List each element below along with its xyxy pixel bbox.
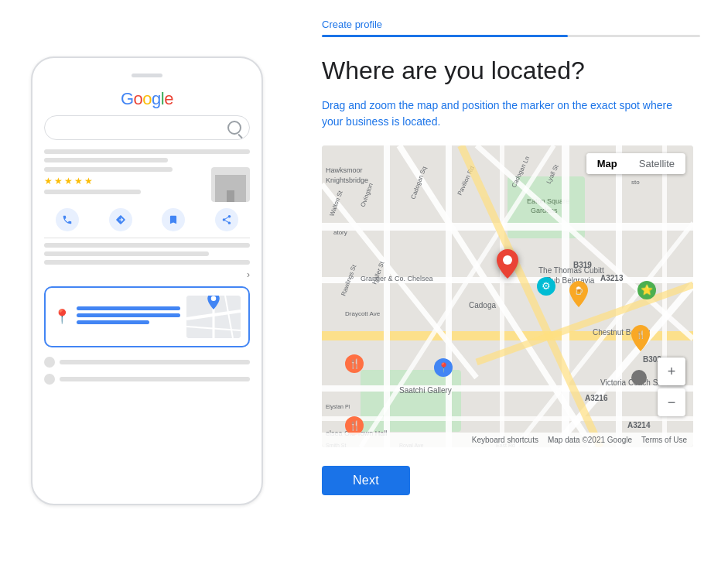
terms-of-use-link[interactable]: Terms of Use: [641, 436, 687, 444]
map-marker-green: ⭐: [637, 281, 656, 299]
listing-title-line: [44, 167, 173, 172]
info-text-line: [60, 360, 250, 364]
directions-button: [109, 208, 132, 231]
zoom-controls: + −: [658, 357, 685, 416]
svg-text:Draycott Ave: Draycott Ave: [345, 310, 381, 317]
svg-rect-17: [446, 145, 452, 447]
progress-bar-fill: [322, 35, 568, 37]
content-line: [44, 149, 250, 154]
map-marker-teal: ⚙: [537, 277, 555, 296]
building-icon: [211, 167, 250, 202]
star: ★: [54, 176, 63, 186]
svg-text:Knightsbridge: Knightsbridge: [326, 176, 368, 184]
svg-text:📍: 📍: [438, 361, 449, 373]
satellite-button[interactable]: Satellite: [628, 153, 685, 174]
svg-text:🍴: 🍴: [636, 330, 646, 340]
share-button: [215, 208, 238, 231]
mini-map-pin: [207, 296, 220, 313]
location-icon: 📍: [53, 308, 70, 325]
card-text-lines: [77, 306, 180, 327]
star: ★: [44, 176, 53, 186]
svg-text:A3213: A3213: [600, 274, 624, 282]
phone-lines-block: [44, 243, 250, 265]
map-marker-blue-fork: 📍: [434, 358, 453, 377]
svg-text:🍺: 🍺: [574, 286, 584, 296]
svg-text:🍴: 🍴: [349, 419, 361, 431]
svg-text:A3216: A3216: [585, 394, 608, 402]
star: ★: [84, 176, 93, 186]
card-line: [77, 320, 149, 324]
map-marker-grey: [631, 370, 647, 385]
listing-detail-line: [44, 190, 141, 194]
card-map-thumbnail: [186, 296, 241, 338]
right-panel: Create profile Where are you located? Dr…: [294, 0, 728, 561]
building-door: [227, 190, 234, 202]
star: ★: [64, 176, 73, 186]
page-title: Where are you located?: [322, 56, 700, 85]
svg-text:Hawksmoor: Hawksmoor: [326, 166, 363, 174]
map-container[interactable]: Eaton Square Gardens B: [322, 145, 693, 447]
map-type-toggle[interactable]: Map Satellite: [586, 153, 685, 174]
content-line: [44, 251, 209, 256]
map-svg: Eaton Square Gardens B: [322, 145, 693, 447]
action-buttons: [44, 208, 250, 231]
svg-point-74: [503, 255, 512, 265]
svg-rect-11: [322, 223, 693, 231]
svg-text:Saatchi Gallery: Saatchi Gallery: [399, 386, 452, 395]
phone-content-lines: [44, 149, 250, 162]
svg-text:⚙: ⚙: [542, 280, 551, 292]
google-g: G: [121, 89, 134, 108]
phone-line-icon: [44, 357, 55, 368]
svg-rect-20: [616, 145, 622, 447]
zoom-in-button[interactable]: +: [658, 357, 685, 385]
save-button: [162, 208, 185, 231]
building-shape: [215, 175, 246, 202]
phone-mockup: Google ★ ★ ★ ★ ★: [31, 56, 263, 505]
progress-bar-container: [322, 35, 700, 37]
card-line: [77, 313, 180, 317]
map-center-pin: [497, 249, 518, 282]
phone-speaker: [132, 74, 162, 77]
svg-text:⭐: ⭐: [641, 283, 654, 296]
phone-listing-row: ★ ★ ★ ★ ★: [44, 167, 250, 202]
info-text-line: [60, 377, 250, 381]
star: ★: [74, 176, 83, 186]
svg-text:atory: atory: [333, 229, 347, 236]
content-line: [44, 243, 250, 248]
instruction-text: Drag and zoom the map and position the m…: [322, 97, 693, 130]
content-line: [44, 158, 168, 162]
map-button[interactable]: Map: [586, 153, 628, 174]
map-data-attribution: Map data ©2021 Google: [548, 436, 632, 444]
svg-text:The Thomas Cubitt: The Thomas Cubitt: [538, 266, 604, 275]
stars-row: ★ ★ ★ ★ ★: [44, 176, 205, 186]
map-marker-orange-fork: 🍴: [345, 354, 364, 373]
zoom-out-button[interactable]: −: [658, 388, 685, 416]
content-line: [44, 260, 250, 265]
phone-divider: [44, 238, 250, 238]
stars-area: ★ ★ ★ ★ ★: [44, 167, 205, 198]
business-card-highlight: 📍: [44, 286, 250, 347]
phone-info-line: [44, 357, 250, 368]
svg-text:A3214: A3214: [627, 421, 651, 429]
keyboard-shortcuts-link[interactable]: Keyboard shortcuts: [472, 436, 538, 444]
svg-text:🍴: 🍴: [349, 357, 361, 369]
next-button[interactable]: Next: [322, 466, 410, 495]
svg-rect-18: [500, 145, 504, 447]
svg-text:sto: sto: [631, 179, 640, 186]
google-logo: Google: [44, 89, 250, 109]
svg-text:Cadoga: Cadoga: [469, 301, 496, 310]
chevron-right-icon: ›: [44, 269, 250, 280]
phone-line-icon: [44, 374, 55, 385]
svg-point-5: [211, 296, 216, 300]
progress-label: Create profile: [322, 19, 700, 30]
svg-text:Granger & Co. Chelsea: Granger & Co. Chelsea: [361, 275, 433, 282]
map-footer: Keyboard shortcuts Map data ©2021 Google…: [322, 433, 693, 447]
card-line: [77, 306, 180, 310]
search-icon: [227, 121, 241, 135]
progress-section: Create profile: [322, 19, 700, 37]
call-button: [56, 208, 79, 231]
svg-text:Elystan Pl: Elystan Pl: [326, 404, 350, 410]
svg-point-73: [631, 370, 647, 385]
phone-bottom-lines: [44, 357, 250, 385]
left-panel: Google ★ ★ ★ ★ ★: [0, 0, 294, 561]
